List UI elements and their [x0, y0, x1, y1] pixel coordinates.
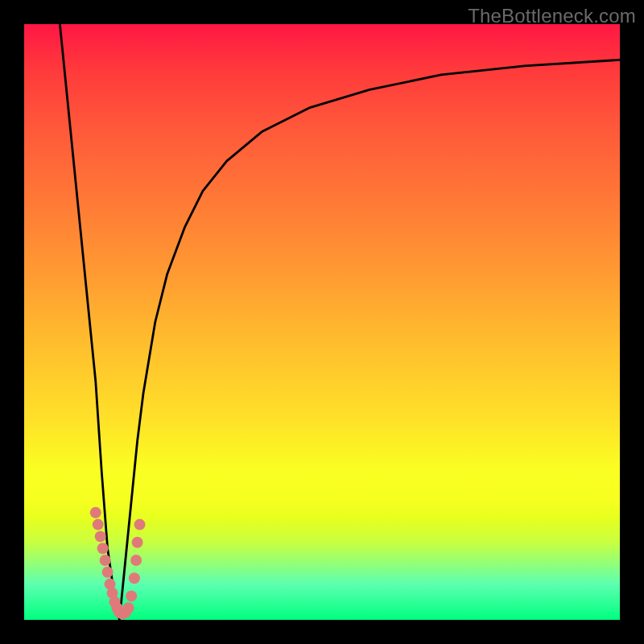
marker-dot — [126, 590, 137, 601]
marker-dot — [93, 519, 104, 530]
marker-dot — [132, 537, 143, 548]
bottleneck-curve — [60, 24, 620, 620]
marker-dot — [100, 555, 111, 566]
marker-dot — [102, 567, 114, 578]
marker-dot — [130, 555, 142, 566]
chart-canvas — [24, 24, 620, 620]
marker-dot — [95, 530, 106, 542]
chart-frame: TheBottleneck.com — [0, 0, 644, 644]
marker-dot — [129, 572, 140, 584]
marker-dot — [97, 543, 109, 554]
marker-dot — [90, 507, 101, 518]
marker-dot — [123, 602, 134, 613]
plot-area — [24, 24, 620, 620]
marker-dot — [134, 519, 146, 530]
